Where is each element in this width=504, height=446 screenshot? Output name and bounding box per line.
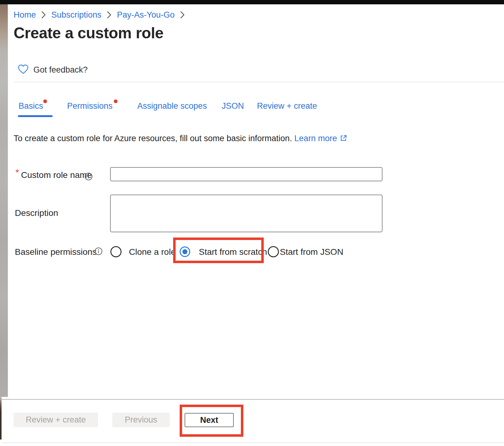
tab-permissions-unsaved-dot (114, 99, 117, 103)
required-asterisk: * (15, 167, 19, 178)
footer-divider (0, 399, 504, 400)
radio-clone-a-role[interactable] (110, 246, 122, 257)
tab-assignable-scopes[interactable]: Assignable scopes (137, 101, 207, 111)
tab-json[interactable]: JSON (222, 101, 244, 111)
intro-sentence: To create a custom role for Azure resour… (14, 134, 292, 143)
page-title: Create a custom role (14, 24, 164, 42)
tab-review-create[interactable]: Review + create (257, 101, 317, 111)
chevron-right-icon (180, 11, 185, 19)
annotation-highlight-next-button (180, 405, 243, 437)
review-create-button: Review + create (14, 413, 98, 427)
breadcrumb-pay-as-you-go[interactable]: Pay-As-You-Go (117, 10, 175, 19)
page: Home Subscriptions Pay-As-You-Go Create … (0, 0, 504, 446)
info-icon[interactable] (94, 247, 103, 255)
tab-basics-unsaved-dot (43, 99, 47, 103)
section-divider (14, 82, 504, 82)
radio-start-from-json-label[interactable]: Start from JSON (280, 247, 343, 257)
chevron-right-icon (41, 11, 46, 19)
annotation-highlight-start-from-scratch (173, 238, 264, 263)
active-tab-indicator (18, 115, 53, 117)
tab-permissions[interactable]: Permissions (67, 101, 113, 111)
heart-icon (18, 64, 29, 76)
radio-start-from-json[interactable] (268, 246, 279, 257)
intro-text: To create a custom role for Azure resour… (14, 134, 348, 144)
tab-basics[interactable]: Basics (19, 101, 43, 111)
info-icon[interactable] (84, 172, 93, 181)
breadcrumb-subscriptions[interactable]: Subscriptions (51, 10, 101, 19)
feedback-label: Got feedback? (33, 65, 88, 75)
previous-button: Previous (112, 413, 170, 427)
top-window-bar (0, 0, 504, 4)
learn-more-link[interactable]: Learn more (294, 134, 348, 143)
background-left-sliver (0, 397, 2, 440)
custom-role-name-label: Custom role name (21, 170, 92, 180)
external-link-icon (340, 134, 348, 144)
bottom-hairline (2, 443, 504, 443)
description-input[interactable] (110, 195, 382, 232)
background-left-strip (0, 4, 8, 397)
baseline-permissions-label: Baseline permissions (15, 247, 97, 257)
chevron-right-icon (107, 11, 112, 19)
breadcrumb-home[interactable]: Home (14, 10, 36, 19)
custom-role-name-input[interactable] (110, 167, 382, 181)
description-label: Description (15, 208, 58, 218)
feedback-button[interactable]: Got feedback? (18, 64, 88, 76)
radio-clone-a-role-label[interactable]: Clone a role (129, 247, 176, 257)
breadcrumb: Home Subscriptions Pay-As-You-Go (14, 10, 185, 19)
